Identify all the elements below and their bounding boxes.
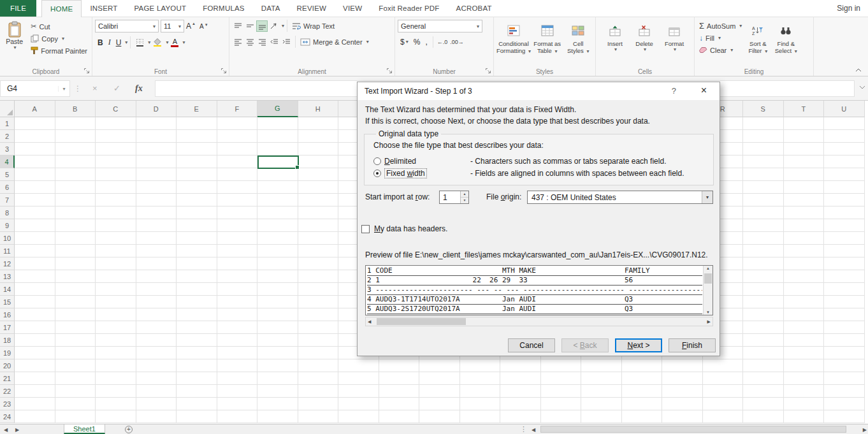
grid-cell[interactable] [743,168,784,181]
insert-cells-button[interactable]: Insert ▾ [600,20,630,52]
grid-cell[interactable] [136,257,177,270]
spinner-up-icon[interactable]: ▲ [461,191,468,198]
font-name-select[interactable]: Calibri ▾ [95,20,159,33]
grid-cell[interactable] [257,117,298,130]
grid-cell[interactable] [460,359,501,372]
grid-cell[interactable] [338,385,379,398]
grid-cell[interactable] [824,245,865,257]
grid-cell[interactable] [824,372,865,385]
grid-cell[interactable] [15,143,55,156]
grid-cell[interactable] [177,283,217,296]
grid-cell[interactable] [500,372,541,385]
grid-cell[interactable] [784,296,825,308]
grid-cell[interactable] [824,130,865,143]
grid-cell[interactable] [217,347,258,359]
grid-cell[interactable] [703,385,744,398]
row-header-23[interactable]: 23 [0,398,15,410]
grid-cell[interactable] [136,143,177,156]
grid-cell[interactable] [622,372,663,385]
grid-cell[interactable] [298,156,339,168]
grid-cell[interactable] [824,232,865,245]
my-data-has-headers-label[interactable]: My data has headers. [374,224,447,233]
increase-decimal-button[interactable]: ←.0 [436,38,449,47]
grid-cell[interactable] [500,359,541,372]
grid-cell[interactable] [217,321,258,334]
grid-cell[interactable] [177,181,217,194]
scroll-up-icon[interactable]: ▲ [704,266,712,270]
grid-cell[interactable] [136,308,177,321]
grid-cell[interactable] [177,334,217,347]
grid-cell[interactable] [15,130,55,143]
grid-cell[interactable] [460,372,501,385]
grid-cell[interactable] [784,143,825,156]
grid-cell[interactable] [136,181,177,194]
dialog-close-button[interactable]: × [696,85,712,96]
grid-cell[interactable] [703,372,744,385]
grid-cell[interactable] [96,194,136,206]
grid-cell[interactable] [15,398,55,410]
grid-cell[interactable] [96,117,136,130]
column-header-F[interactable]: F [217,101,258,117]
grid-cell[interactable] [55,232,96,245]
grid-cell[interactable] [96,398,136,410]
row-header-1[interactable]: 1 [0,117,15,130]
new-sheet-button[interactable]: + [125,426,133,433]
grid-cell[interactable] [460,410,501,423]
grid-cell[interactable] [217,296,258,308]
grid-cell[interactable] [15,385,55,398]
dialog-titlebar[interactable]: Text Import Wizard - Step 1 of 3 [358,82,720,100]
grid-cell[interactable] [743,232,784,245]
grid-cell[interactable] [257,219,298,232]
grid-cell[interactable] [15,232,55,245]
grid-cell[interactable] [96,308,136,321]
row-header-16[interactable]: 16 [0,308,15,321]
grid-cell[interactable] [419,410,460,423]
grid-cell[interactable] [136,206,177,219]
row-header-17[interactable]: 17 [0,321,15,334]
grid-cell[interactable] [824,219,865,232]
grid-cell[interactable] [743,385,784,398]
grid-cell[interactable] [15,270,55,283]
grid-cell[interactable] [217,257,258,270]
font-color-button[interactable]: A [168,37,181,48]
font-dialog-launcher[interactable] [221,68,227,74]
grid-cell[interactable] [96,130,136,143]
preview-vertical-scrollbar[interactable]: ▲ ▼ [703,266,712,315]
grid-cell[interactable] [824,321,865,334]
grid-cell[interactable] [217,398,258,410]
grid-cell[interactable] [177,219,217,232]
grid-cell[interactable] [177,117,217,130]
grid-cell[interactable] [217,245,258,257]
grid-cell[interactable] [15,347,55,359]
grid-cell[interactable] [217,385,258,398]
grid-cell[interactable] [784,385,825,398]
grid-cell[interactable] [136,385,177,398]
grid-cell[interactable] [257,206,298,219]
grid-cell[interactable] [177,168,217,181]
grid-cell[interactable] [55,206,96,219]
tab-formulas[interactable]: FORMULAS [194,0,253,17]
tab-review[interactable]: REVIEW [289,0,335,17]
grid-cell[interactable] [500,410,541,423]
grid-cell[interactable] [177,257,217,270]
sheet-tab-active[interactable]: Sheet1 [64,424,105,434]
grid-cell[interactable] [217,270,258,283]
increase-indent-button[interactable] [280,36,292,48]
grid-cell[interactable] [15,334,55,347]
clipboard-dialog-launcher[interactable] [83,68,90,74]
grid-cell[interactable] [55,308,96,321]
grid-cell[interactable] [298,232,339,245]
row-header-9[interactable]: 9 [0,219,15,232]
tab-acrobat[interactable]: ACROBAT [448,0,500,17]
grid-cell[interactable] [136,130,177,143]
grid-cell[interactable] [298,321,339,334]
grid-cell[interactable] [784,117,825,130]
grid-cell[interactable] [96,296,136,308]
column-header-H[interactable]: H [298,101,339,117]
grid-cell[interactable] [743,206,784,219]
grid-cell[interactable] [55,347,96,359]
paste-button[interactable]: Paste ▾ [3,20,26,50]
expand-formula-bar-button[interactable] [859,85,865,89]
grid-cell[interactable] [257,321,298,334]
grid-cell[interactable] [177,156,217,168]
